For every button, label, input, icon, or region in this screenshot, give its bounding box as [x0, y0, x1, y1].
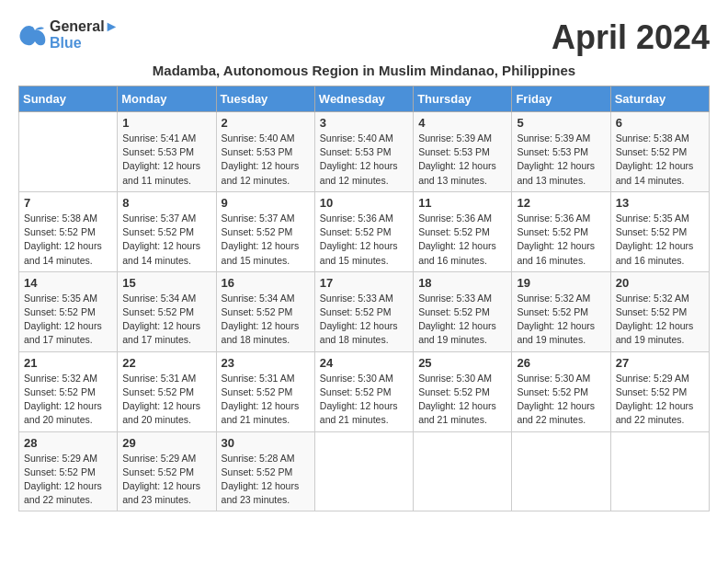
day-info: Sunrise: 5:35 AMSunset: 5:52 PMDaylight:… [24, 292, 112, 348]
calendar-cell: 8Sunrise: 5:37 AMSunset: 5:52 PMDaylight… [118, 191, 216, 271]
day-number: 7 [24, 196, 112, 210]
calendar-cell: 10Sunrise: 5:36 AMSunset: 5:52 PMDayligh… [314, 191, 413, 271]
day-header-sunday: Sunday [19, 86, 118, 112]
day-number: 20 [616, 276, 704, 290]
calendar-cell: 18Sunrise: 5:33 AMSunset: 5:52 PMDayligh… [414, 271, 512, 351]
logo-icon [18, 22, 46, 48]
calendar-cell: 30Sunrise: 5:28 AMSunset: 5:52 PMDayligh… [216, 431, 314, 511]
day-number: 12 [517, 196, 605, 210]
day-number: 9 [222, 196, 310, 210]
day-info: Sunrise: 5:39 AMSunset: 5:53 PMDaylight:… [418, 132, 506, 188]
calendar-cell: 7Sunrise: 5:38 AMSunset: 5:52 PMDaylight… [19, 191, 118, 271]
logo: General► Blue [18, 18, 119, 52]
day-header-tuesday: Tuesday [216, 86, 314, 112]
day-info: Sunrise: 5:36 AMSunset: 5:52 PMDaylight:… [517, 212, 605, 268]
day-info: Sunrise: 5:34 AMSunset: 5:52 PMDaylight:… [222, 292, 310, 348]
day-info: Sunrise: 5:36 AMSunset: 5:52 PMDaylight:… [418, 212, 506, 268]
calendar-cell: 17Sunrise: 5:33 AMSunset: 5:52 PMDayligh… [314, 271, 413, 351]
day-info: Sunrise: 5:34 AMSunset: 5:52 PMDaylight:… [122, 292, 210, 348]
day-header-monday: Monday [118, 86, 216, 112]
day-number: 24 [320, 356, 408, 370]
subtitle: Madamba, Autonomous Region in Muslim Min… [18, 63, 710, 78]
day-info: Sunrise: 5:40 AMSunset: 5:53 PMDaylight:… [320, 132, 408, 188]
calendar-cell: 2Sunrise: 5:40 AMSunset: 5:53 PMDaylight… [216, 112, 314, 192]
calendar-cell: 28Sunrise: 5:29 AMSunset: 5:52 PMDayligh… [19, 431, 118, 511]
calendar-cell: 25Sunrise: 5:30 AMSunset: 5:52 PMDayligh… [414, 351, 512, 431]
day-number: 10 [320, 196, 408, 210]
day-number: 8 [122, 196, 210, 210]
header: General► Blue April 2024 [18, 18, 710, 57]
calendar-cell: 5Sunrise: 5:39 AMSunset: 5:53 PMDaylight… [512, 112, 610, 192]
calendar-cell: 6Sunrise: 5:38 AMSunset: 5:52 PMDaylight… [610, 112, 709, 192]
calendar-cell: 20Sunrise: 5:32 AMSunset: 5:52 PMDayligh… [610, 271, 709, 351]
day-number: 17 [320, 276, 408, 290]
calendar-cell: 26Sunrise: 5:30 AMSunset: 5:52 PMDayligh… [512, 351, 610, 431]
calendar-cell: 27Sunrise: 5:29 AMSunset: 5:52 PMDayligh… [610, 351, 709, 431]
day-info: Sunrise: 5:33 AMSunset: 5:52 PMDaylight:… [320, 292, 408, 348]
calendar-cell: 15Sunrise: 5:34 AMSunset: 5:52 PMDayligh… [118, 271, 216, 351]
calendar-cell: 24Sunrise: 5:30 AMSunset: 5:52 PMDayligh… [314, 351, 413, 431]
day-number: 22 [122, 356, 210, 370]
day-number: 5 [517, 116, 605, 130]
day-info: Sunrise: 5:41 AMSunset: 5:53 PMDaylight:… [122, 132, 210, 188]
calendar-cell [512, 431, 610, 511]
calendar-cell: 22Sunrise: 5:31 AMSunset: 5:52 PMDayligh… [118, 351, 216, 431]
day-number: 14 [24, 276, 112, 290]
day-info: Sunrise: 5:32 AMSunset: 5:52 PMDaylight:… [616, 292, 704, 348]
day-number: 2 [222, 116, 310, 130]
day-info: Sunrise: 5:31 AMSunset: 5:52 PMDaylight:… [122, 372, 210, 428]
day-header-friday: Friday [512, 86, 610, 112]
day-number: 3 [320, 116, 408, 130]
day-number: 19 [517, 276, 605, 290]
day-number: 25 [418, 356, 506, 370]
day-info: Sunrise: 5:30 AMSunset: 5:52 PMDaylight:… [517, 372, 605, 428]
day-info: Sunrise: 5:38 AMSunset: 5:52 PMDaylight:… [616, 132, 704, 188]
month-title: April 2024 [552, 18, 710, 57]
day-header-wednesday: Wednesday [314, 86, 413, 112]
calendar-cell: 13Sunrise: 5:35 AMSunset: 5:52 PMDayligh… [610, 191, 709, 271]
calendar-cell: 21Sunrise: 5:32 AMSunset: 5:52 PMDayligh… [19, 351, 118, 431]
day-number: 27 [616, 356, 704, 370]
day-number: 16 [222, 276, 310, 290]
day-info: Sunrise: 5:31 AMSunset: 5:52 PMDaylight:… [222, 372, 310, 428]
calendar-cell [314, 431, 413, 511]
day-number: 11 [418, 196, 506, 210]
calendar-cell: 23Sunrise: 5:31 AMSunset: 5:52 PMDayligh… [216, 351, 314, 431]
calendar-cell: 11Sunrise: 5:36 AMSunset: 5:52 PMDayligh… [414, 191, 512, 271]
day-number: 1 [122, 116, 210, 130]
day-info: Sunrise: 5:33 AMSunset: 5:52 PMDaylight:… [418, 292, 506, 348]
day-number: 26 [517, 356, 605, 370]
day-info: Sunrise: 5:37 AMSunset: 5:52 PMDaylight:… [122, 212, 210, 268]
day-info: Sunrise: 5:28 AMSunset: 5:52 PMDaylight:… [222, 452, 310, 508]
day-info: Sunrise: 5:39 AMSunset: 5:53 PMDaylight:… [517, 132, 605, 188]
calendar-cell: 9Sunrise: 5:37 AMSunset: 5:52 PMDaylight… [216, 191, 314, 271]
calendar-cell [414, 431, 512, 511]
calendar-cell [610, 431, 709, 511]
day-info: Sunrise: 5:32 AMSunset: 5:52 PMDaylight:… [517, 292, 605, 348]
day-info: Sunrise: 5:40 AMSunset: 5:53 PMDaylight:… [222, 132, 310, 188]
day-number: 28 [24, 436, 112, 450]
calendar-cell [19, 112, 118, 192]
logo-text: General► Blue [50, 18, 119, 52]
calendar-cell: 19Sunrise: 5:32 AMSunset: 5:52 PMDayligh… [512, 271, 610, 351]
calendar-cell: 16Sunrise: 5:34 AMSunset: 5:52 PMDayligh… [216, 271, 314, 351]
day-info: Sunrise: 5:30 AMSunset: 5:52 PMDaylight:… [320, 372, 408, 428]
day-info: Sunrise: 5:38 AMSunset: 5:52 PMDaylight:… [24, 212, 112, 268]
calendar-cell: 4Sunrise: 5:39 AMSunset: 5:53 PMDaylight… [414, 112, 512, 192]
calendar-cell: 14Sunrise: 5:35 AMSunset: 5:52 PMDayligh… [19, 271, 118, 351]
day-number: 30 [222, 436, 310, 450]
day-number: 15 [122, 276, 210, 290]
calendar-cell: 12Sunrise: 5:36 AMSunset: 5:52 PMDayligh… [512, 191, 610, 271]
day-number: 4 [418, 116, 506, 130]
day-info: Sunrise: 5:30 AMSunset: 5:52 PMDaylight:… [418, 372, 506, 428]
day-number: 21 [24, 356, 112, 370]
calendar-cell: 29Sunrise: 5:29 AMSunset: 5:52 PMDayligh… [118, 431, 216, 511]
day-number: 29 [122, 436, 210, 450]
day-info: Sunrise: 5:36 AMSunset: 5:52 PMDaylight:… [320, 212, 408, 268]
day-info: Sunrise: 5:32 AMSunset: 5:52 PMDaylight:… [24, 372, 112, 428]
day-number: 13 [616, 196, 704, 210]
day-number: 23 [222, 356, 310, 370]
calendar: SundayMondayTuesdayWednesdayThursdayFrid… [18, 86, 710, 511]
day-number: 18 [418, 276, 506, 290]
day-number: 6 [616, 116, 704, 130]
